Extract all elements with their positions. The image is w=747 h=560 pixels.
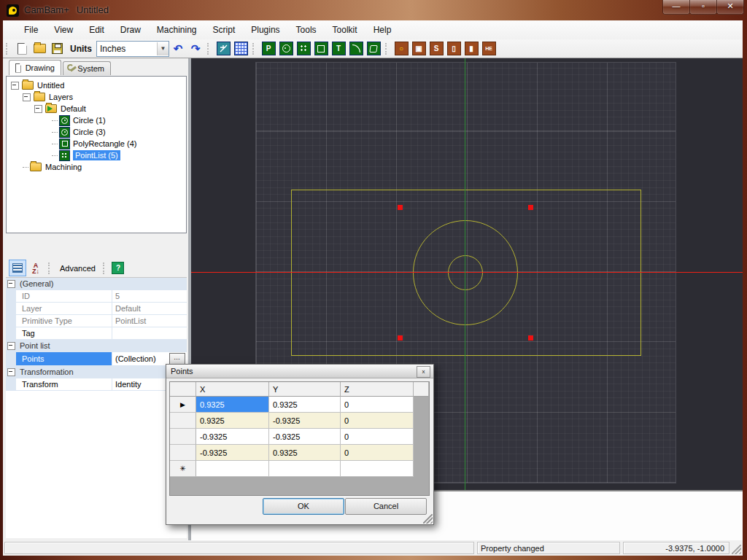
- tree-item-circle-1[interactable]: Circle (1): [52, 114, 106, 126]
- toolbar-grip[interactable]: [252, 43, 257, 55]
- property-category-transformation[interactable]: Transformation: [6, 366, 187, 378]
- toolbar-grip[interactable]: [207, 43, 212, 55]
- point-marker[interactable]: [528, 335, 533, 341]
- toolbar-grip[interactable]: [385, 43, 390, 55]
- property-row-id[interactable]: ID 5: [6, 290, 187, 303]
- cell-x[interactable]: 0.9325: [196, 413, 269, 429]
- menu-draw[interactable]: Draw: [112, 22, 149, 38]
- tree-item-polyrectangle-4[interactable]: PolyRectangle (4): [52, 138, 136, 149]
- point-marker[interactable]: [398, 205, 403, 210]
- alphabetical-sort-button[interactable]: AZ↓: [28, 260, 44, 276]
- cell-x[interactable]: 0.9325: [196, 397, 269, 413]
- property-value[interactable]: [112, 327, 187, 339]
- property-row-tag[interactable]: Tag: [6, 327, 187, 340]
- new-file-button[interactable]: [14, 41, 30, 57]
- collapse-icon[interactable]: [7, 342, 15, 350]
- machine-pocket-button[interactable]: ▣: [411, 41, 427, 57]
- cell-y[interactable]: [269, 461, 341, 477]
- collapse-icon[interactable]: [23, 93, 31, 101]
- menu-script[interactable]: Script: [205, 22, 244, 38]
- draw-arc-button[interactable]: [348, 41, 364, 57]
- toolbar-grip[interactable]: [6, 43, 10, 55]
- property-category-point-list[interactable]: Point list: [6, 340, 187, 352]
- column-header-z[interactable]: Z: [341, 382, 414, 397]
- property-category-general[interactable]: (General): [6, 278, 187, 290]
- close-button[interactable]: ✕: [716, 0, 744, 15]
- advanced-button[interactable]: Advanced: [55, 264, 100, 273]
- cell-y[interactable]: -0.9325: [269, 413, 341, 429]
- column-header-y[interactable]: Y: [269, 382, 341, 397]
- row-header[interactable]: [170, 445, 196, 461]
- minimize-button[interactable]: —: [662, 0, 690, 15]
- grid-toggle-button[interactable]: [233, 41, 249, 57]
- menu-plugins[interactable]: Plugins: [243, 22, 287, 38]
- machine-profile-button[interactable]: ○: [393, 41, 409, 57]
- units-combobox[interactable]: Inches ▼: [96, 41, 169, 57]
- row-pointer-icon[interactable]: ▶: [170, 397, 196, 413]
- cell-z[interactable]: 0: [341, 413, 414, 429]
- undo-button[interactable]: ↶: [170, 41, 186, 57]
- axes-toggle-button[interactable]: [215, 41, 231, 57]
- collection-editor-button[interactable]: …: [169, 353, 185, 365]
- row-header[interactable]: [170, 429, 196, 445]
- new-row-icon[interactable]: ✳: [170, 461, 196, 477]
- property-row-primitive-type[interactable]: Primitive Type PointList: [6, 315, 187, 327]
- dialog-close-button[interactable]: x: [417, 366, 430, 378]
- property-row-points[interactable]: Points (Collection) …: [6, 352, 187, 366]
- collapse-icon[interactable]: [7, 280, 15, 288]
- point-marker[interactable]: [398, 335, 403, 341]
- menu-file[interactable]: File: [16, 22, 46, 38]
- collapse-icon[interactable]: [11, 82, 19, 90]
- tree-item-default-layer[interactable]: Default: [34, 103, 86, 114]
- tab-system[interactable]: System: [63, 61, 111, 75]
- dialog-resize-grip-icon[interactable]: [423, 514, 433, 524]
- cancel-button[interactable]: Cancel: [345, 498, 427, 515]
- draw-points-button[interactable]: [295, 41, 311, 57]
- tab-drawing[interactable]: Drawing: [9, 60, 61, 75]
- tree-item-layers[interactable]: Layers: [23, 91, 73, 103]
- title-bar[interactable]: CamBam+Untitled — ▫ ✕: [0, 0, 747, 20]
- cell-y[interactable]: -0.9325: [269, 429, 341, 445]
- collapse-icon[interactable]: [34, 105, 42, 113]
- cell-z[interactable]: 0: [341, 397, 414, 413]
- collapse-icon[interactable]: [7, 368, 15, 376]
- menu-edit[interactable]: Edit: [81, 22, 112, 38]
- cell-y[interactable]: 0.9325: [269, 445, 341, 461]
- machine-lathe-button[interactable]: ▮: [463, 41, 479, 57]
- cell-x[interactable]: -0.9325: [196, 429, 269, 445]
- menu-toolkit[interactable]: Toolkit: [325, 22, 365, 38]
- open-file-button[interactable]: [31, 41, 47, 57]
- tree-item-circle-3[interactable]: Circle (3): [52, 126, 106, 138]
- cell-z[interactable]: [341, 461, 414, 477]
- cell-z[interactable]: 0: [341, 445, 414, 461]
- maximize-button[interactable]: ▫: [689, 0, 717, 15]
- draw-circle-button[interactable]: [278, 41, 294, 57]
- menu-machining[interactable]: Machining: [149, 22, 205, 38]
- tree-item-untitled[interactable]: Untitled: [11, 79, 64, 91]
- cell-y[interactable]: 0.9325: [269, 397, 341, 413]
- machine-engrave-button[interactable]: S: [428, 41, 444, 57]
- categorized-view-button[interactable]: [9, 260, 26, 276]
- draw-text-button[interactable]: T: [330, 41, 347, 57]
- tree-item-pointlist-5[interactable]: PointList (5): [52, 149, 120, 161]
- help-button[interactable]: ?: [110, 260, 126, 276]
- draw-surface-button[interactable]: [365, 41, 382, 57]
- menu-view[interactable]: View: [46, 22, 81, 38]
- redo-button[interactable]: ↷: [187, 41, 204, 57]
- save-button[interactable]: [49, 41, 65, 57]
- property-row-layer[interactable]: Layer Default: [6, 303, 187, 315]
- column-header-x[interactable]: X: [196, 382, 269, 397]
- cell-x[interactable]: [196, 461, 269, 477]
- property-row-transform[interactable]: Transform Identity: [6, 378, 187, 391]
- dialog-title-bar[interactable]: Points x: [166, 365, 433, 378]
- resize-grip-icon[interactable]: [732, 545, 741, 554]
- machine-drill-button[interactable]: ▯: [446, 41, 462, 57]
- cell-x[interactable]: -0.9325: [196, 445, 269, 461]
- machine-nc-button[interactable]: HE: [481, 41, 497, 57]
- chevron-down-icon[interactable]: ▼: [157, 42, 169, 55]
- menu-tools[interactable]: Tools: [288, 22, 325, 38]
- tree-item-machining[interactable]: Machining: [23, 161, 82, 173]
- cell-z[interactable]: 0: [341, 429, 414, 445]
- draw-polyline-button[interactable]: P: [260, 41, 276, 57]
- ok-button[interactable]: OK: [263, 498, 344, 515]
